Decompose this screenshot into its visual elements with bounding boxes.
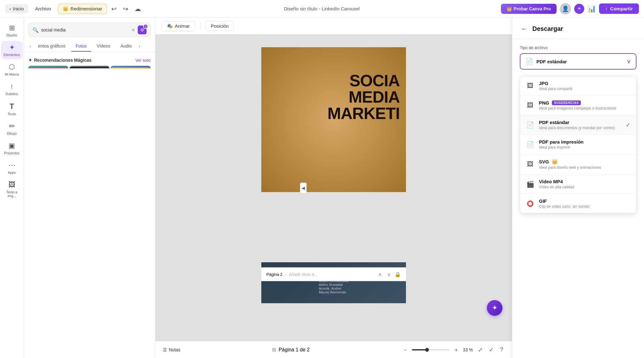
notes-button[interactable]: ☰ Notas [163, 347, 180, 352]
add-collaborator-button[interactable]: + [574, 4, 584, 14]
archivo-button[interactable]: Archivo [31, 4, 55, 13]
pdf-std-content: PDF estándar Ideal para documentos (y ma… [539, 120, 621, 130]
tab-videos[interactable]: Vídeos [92, 41, 115, 52]
topbar-center: Diseño sin título - LinkedIn Carousel [145, 6, 498, 11]
back-arrow-icon: ← [521, 25, 527, 32]
help-button[interactable]: ? [499, 345, 504, 354]
left-sidebar: ⊞ Diseño ✦ Elementos ⬡ Mi Marca ↑ Subido… [0, 18, 24, 358]
undo-icon: ↩ [111, 5, 117, 13]
posicion-label: Posición [211, 23, 229, 29]
download-back-button[interactable]: ← [520, 24, 529, 34]
magic-wand-icon: ✦ [492, 304, 497, 312]
zoom-out-button[interactable]: － [401, 345, 409, 355]
projects-icon: ▣ [8, 142, 15, 150]
canvas-text-line3: MARKETI [327, 105, 400, 122]
format-option-pdf-impresion[interactable]: 📄 PDF para impresión Ideal para imprimir [520, 135, 636, 154]
tabs-scroll-left[interactable]: ‹ [28, 41, 32, 52]
sidebar-item-dibujo[interactable]: ✏ Dibujo [1, 120, 23, 138]
search-icon: 🔍 [32, 27, 39, 33]
format-option-png[interactable]: 🖼 PNG SUGERENCIAS Ideal para imágenes co… [520, 96, 636, 115]
page-indicator: Página 1 de 2 [279, 347, 310, 353]
canvas-viewport[interactable]: SOCIA MEDIA MARKETI Página 2 - Añadir tí… [155, 35, 512, 341]
stats-icon[interactable]: 📊 [587, 5, 596, 13]
try-canva-pro-button[interactable]: 👑 Probar Canva Pro [501, 4, 557, 14]
pdf-print-icon: 📄 [526, 141, 535, 148]
canvas-page-1[interactable]: SOCIA MEDIA MARKETI [261, 47, 406, 192]
sidebar-item-subidos[interactable]: ↑ Subidos [1, 80, 23, 98]
rec-thumb-4[interactable]: 👑 [28, 67, 68, 68]
magic-tools-button[interactable]: ✦ [487, 300, 502, 316]
animar-button[interactable]: 🎭 Animar [162, 21, 195, 31]
jpg-desc: Ideal para compartir [539, 87, 630, 91]
file-type-selector[interactable]: 📄 PDF estándar ∨ [520, 53, 636, 70]
sidebar-item-texto[interactable]: T Texto [1, 99, 23, 118]
sidebar-item-apps[interactable]: ⋯ Apps [1, 159, 23, 177]
sidebar-item-texto-img[interactable]: 🖼 Texto a img... [1, 178, 23, 200]
jpg-content: JPG Ideal para compartir [539, 81, 630, 91]
page2-title-placeholder[interactable]: Añadir título d... [289, 272, 318, 277]
toolbar-divider [200, 22, 201, 30]
share-button[interactable]: ↑ Compartir [599, 3, 639, 14]
download-header: ← Descargar [512, 18, 644, 39]
inicio-button[interactable]: ‹ Inicio [5, 4, 28, 13]
rec-thumb-6[interactable]: 👑 [111, 67, 151, 68]
zoom-slider[interactable] [412, 349, 450, 350]
redo-button[interactable]: ↪ [121, 3, 130, 14]
redimensionar-button[interactable]: 👑 Redimensionar [58, 4, 107, 14]
magic-section-header: ✦ Recomendaciones Mágicas Ver todo [24, 54, 155, 65]
zoom-handle[interactable] [425, 348, 429, 352]
sidebar-item-texto-img-label: Texto a img... [3, 190, 21, 198]
search-bar: 🔍 ✕ ⚙ 3 [28, 23, 151, 37]
hide-panel-button[interactable]: ◀ [300, 183, 307, 193]
format-option-jpg[interactable]: 🖼 JPG Ideal para compartir [520, 76, 636, 96]
sidebar-item-mi-marca[interactable]: ⬡ Mi Marca [1, 60, 23, 79]
ver-todo-magic[interactable]: Ver todo [136, 58, 151, 63]
clear-search-icon[interactable]: ✕ [131, 27, 135, 32]
filter-button-wrapper: ⚙ 3 [138, 26, 147, 34]
check-button[interactable]: ✓ [488, 345, 495, 355]
inicio-label: Inicio [13, 6, 24, 11]
png-content: PNG SUGERENCIAS Ideal para imágenes comp… [539, 100, 630, 111]
tab-graficos[interactable]: entos gráficos [34, 41, 70, 52]
sidebar-item-dibujo-label: Dibujo [7, 132, 17, 135]
tab-fotos[interactable]: Fotos [71, 41, 91, 52]
posicion-button[interactable]: Posición [206, 21, 234, 31]
search-input[interactable] [41, 27, 129, 32]
page1-label-bar: Página 2 - Añadir título d... ∧ ∨ 🔒 [261, 267, 406, 281]
format-option-svg[interactable]: 🖼 SVG 👑 Ideal para diseño web y animacio… [520, 154, 636, 174]
tab-audio[interactable]: Audio [116, 41, 136, 52]
lock-icon: 🔒 [395, 271, 401, 277]
sidebar-item-diseno-label: Diseño [6, 33, 17, 37]
jpg-name: JPG [539, 81, 630, 86]
sidebar-item-proyectos[interactable]: ▣ Proyectos [1, 139, 23, 157]
rec-grid: 👑 👑 👑 👑 👑 👑 👑 👑 [24, 65, 155, 68]
rec-thumb-5[interactable]: 👑 [69, 67, 109, 68]
format-option-gif[interactable]: ⭕ GIF Clip de vídeo corto, sin sonido [520, 194, 636, 213]
canvas-text-overlay[interactable]: SOCIA MEDIA MARKETI [327, 72, 400, 122]
cloud-save-button[interactable]: ☁ [133, 3, 143, 14]
undo-button[interactable]: ↩ [109, 3, 119, 14]
fullscreen-button[interactable]: ⤢ [477, 345, 484, 355]
upload-icon: ↑ [10, 82, 14, 91]
tabs-scroll-right[interactable]: › [137, 41, 142, 52]
svg-content: SVG 👑 Ideal para diseño web y animacione… [539, 159, 630, 170]
format-option-pdf-estandar[interactable]: 📄 PDF estándar Ideal para documentos (y … [520, 115, 636, 135]
sidebar-item-diseno[interactable]: ⊞ Diseño [1, 21, 23, 40]
page-collapse-btn[interactable]: ∨ [386, 270, 392, 279]
mp4-desc: Vídeo en alta calidad [539, 185, 630, 189]
avatar[interactable]: 👤 [560, 3, 571, 14]
sidebar-item-mi-marca-label: Mi Marca [5, 72, 19, 76]
format-option-mp4[interactable]: 🎬 Vídeo MP4 Vídeo en alta calidad [520, 174, 636, 194]
elements-icon: ✦ [9, 43, 15, 52]
page-expand-btn[interactable]: ∧ [377, 270, 383, 279]
filter-badge: 3 [143, 24, 148, 29]
zoom-in-button[interactable]: ＋ [452, 345, 460, 355]
sidebar-item-elementos[interactable]: ✦ Elementos [1, 41, 23, 59]
chevron-down-icon: ∨ [627, 58, 631, 65]
pages-grid-button[interactable]: ⊞ [272, 347, 276, 353]
mp4-content: Vídeo MP4 Vídeo en alta calidad [539, 179, 630, 189]
zoom-value: 33 % [463, 347, 473, 352]
sugerencias-badge: SUGERENCIAS [552, 100, 581, 105]
png-name: PNG SUGERENCIAS [539, 100, 630, 105]
svg-name: SVG 👑 [539, 159, 630, 165]
